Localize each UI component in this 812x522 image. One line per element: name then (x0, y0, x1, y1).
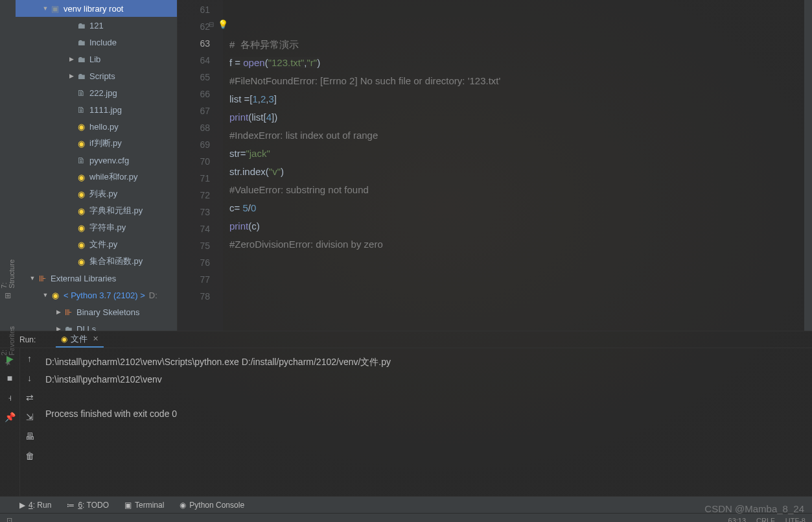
run-output[interactable]: D:\install\pycharm\2102\venv\Scripts\pyt… (39, 348, 812, 496)
tree-item[interactable]: ◉字典和元组.py (16, 202, 177, 219)
folder-icon: 🖿 (75, 38, 87, 47)
tree-label: Binary Skeletons (76, 307, 140, 317)
tree-label: 文件.py (89, 239, 117, 250)
tree-label: 1111.jpg (89, 105, 122, 115)
down-icon[interactable]: ↓ (27, 373, 32, 383)
library-icon: ⊪ (36, 274, 48, 283)
print-icon[interactable]: 🖶 (25, 431, 34, 442)
chevron-down-icon[interactable]: ▼ (41, 5, 49, 12)
folder-icon: 🖿 (62, 324, 74, 331)
py-icon: ◉ (75, 223, 87, 233)
tree-label: < Python 3.7 (2102) > (64, 291, 145, 300)
py-icon: ◉ (75, 189, 87, 199)
chevron-icon[interactable]: ▶ (67, 73, 75, 79)
folder-icon: 🖿 (75, 71, 87, 81)
tree-item[interactable]: ▶🖿Scripts (16, 67, 177, 84)
python-icon: ◉ (49, 291, 61, 300)
file-icon: 🗎 (75, 105, 87, 115)
external-libraries[interactable]: ▼ ⊪ External Libraries (16, 270, 177, 287)
library-icon: ▣ (49, 4, 61, 14)
file-icon: 🗎 (75, 156, 87, 165)
run-toolbar-2: ↑ ↓ ⇄ ⇲ 🖶 🗑 (19, 348, 39, 496)
python-interpreter[interactable]: ▼ ◉ < Python 3.7 (2102) > D: (16, 287, 177, 303)
fold-icon[interactable]: ⊟ (209, 21, 214, 28)
project-tree[interactable]: ▼ ▣ venv library root 🖿121🖿Include▶🖿Lib▶… (16, 0, 178, 331)
pin-icon[interactable]: 📌 (5, 412, 16, 422)
tree-label: pyvenv.cfg (89, 156, 129, 165)
tree-item[interactable]: ◉列表.py (16, 185, 177, 202)
folder-icon: 🖿 (75, 21, 87, 30)
run-tool-button[interactable]: ▶4: Run (19, 501, 51, 510)
run-tab-label: 文件 (71, 333, 87, 345)
tree-label: Scripts (89, 71, 115, 81)
wrap-icon[interactable]: ⇄ (26, 392, 34, 403)
tree-label: 121 (89, 21, 104, 30)
trash-icon[interactable]: 🗑 (25, 451, 34, 461)
left-tool-tabs: ⊞7: Structure ★2: Favorites (0, 0, 16, 331)
folder-icon: 🖿 (75, 54, 87, 64)
rerun-icon[interactable]: ▶ (6, 353, 14, 364)
chevron-right-icon[interactable]: ▶ (54, 326, 62, 331)
stop-icon[interactable]: ■ (7, 373, 12, 383)
cursor-position[interactable]: 63:13 (728, 517, 747, 523)
python-console-button[interactable]: ◉Python Console (180, 501, 244, 510)
tree-item[interactable]: ▶🖿Lib (16, 51, 177, 67)
line-separator[interactable]: CRLF (756, 517, 775, 523)
tree-item[interactable]: 🗎pyvenv.cfg (16, 152, 177, 169)
layout-icon[interactable]: ⫞ (8, 392, 12, 403)
tree-item[interactable]: ◉字符串.py (16, 219, 177, 236)
run-panel: Run: ◉ 文件 ✕ ▶ ■ ⫞ 📌 ↑ ↓ ⇄ ⇲ 🖶 🗑 D:\insta… (0, 331, 812, 496)
py-icon: ◉ (75, 257, 87, 267)
python-icon: ◉ (61, 335, 67, 344)
py-icon: ◉ (75, 240, 87, 250)
tree-label: 222.jpg (89, 88, 117, 98)
tree-label: 集合和函数.py (89, 255, 143, 267)
terminal-tool-button[interactable]: ▣Terminal (124, 501, 164, 510)
tree-item[interactable]: 🖿121 (16, 17, 177, 34)
tree-label: 字典和元组.py (89, 205, 143, 217)
tree-item[interactable]: ◉集合和函数.py (16, 253, 177, 270)
tree-item[interactable]: ◉if判断.py (16, 135, 177, 152)
windows-icon[interactable]: ⊡ (6, 516, 12, 522)
chevron-right-icon[interactable]: ▶ (54, 309, 62, 315)
chevron-down-icon[interactable]: ▼ (41, 292, 49, 298)
tree-item[interactable]: 🗎222.jpg (16, 84, 177, 101)
tree-item[interactable]: ◉while和for.py (16, 169, 177, 185)
structure-tab[interactable]: ⊞7: Structure (0, 259, 16, 300)
py-icon: ◉ (75, 206, 87, 216)
py-icon: ◉ (75, 139, 87, 148)
editor-scrollbar[interactable] (804, 0, 812, 331)
encoding[interactable]: UTF-8 (785, 517, 806, 523)
chevron-down-icon[interactable]: ▼ (29, 275, 36, 281)
code-content[interactable]: # 各种异常演示 f = open("123.txt","r") #FileNo… (223, 0, 812, 331)
tree-item[interactable]: ◉文件.py (16, 236, 177, 253)
tree-label: DLLs (76, 324, 96, 331)
bottom-toolbar: ▶4: Run ≔6: TODO ▣Terminal ◉Python Conso… (0, 496, 812, 513)
python-icon: ◉ (180, 501, 186, 510)
scroll-icon[interactable]: ⇲ (26, 412, 34, 422)
tree-label: External Libraries (51, 274, 116, 283)
line-gutter: 616263646566676869707172737475767778 (178, 0, 223, 331)
tree-item[interactable]: 🖿Include (16, 34, 177, 51)
tree-label: Include (89, 38, 117, 47)
play-icon: ▶ (19, 501, 25, 510)
tree-item[interactable]: ◉hello.py (16, 118, 177, 135)
structure-icon: ⊞ (3, 292, 12, 299)
tree-root[interactable]: ▼ ▣ venv library root (16, 0, 177, 17)
code-editor[interactable]: 616263646566676869707172737475767778 ⊟ 💡… (178, 0, 812, 331)
chevron-icon[interactable]: ▶ (67, 56, 75, 62)
binary-skeletons[interactable]: ▶ ⊪ Binary Skeletons (16, 303, 177, 320)
py-icon: ◉ (75, 122, 87, 132)
watermark: CSDN @Mamba_8_24 (704, 503, 804, 514)
up-icon[interactable]: ↑ (27, 353, 32, 364)
close-icon[interactable]: ✕ (93, 335, 99, 343)
bulb-icon[interactable]: 💡 (218, 19, 228, 29)
run-toolbar-1: ▶ ■ ⫞ 📌 (0, 348, 19, 496)
todo-tool-button[interactable]: ≔6: TODO (67, 501, 109, 510)
dlls-folder[interactable]: ▶ 🖿 DLLs (16, 320, 177, 331)
tree-label: venv library root (64, 4, 123, 14)
tree-label: hello.py (89, 122, 119, 132)
tree-item[interactable]: 🗎1111.jpg (16, 101, 177, 118)
py-icon: ◉ (75, 172, 87, 182)
run-tab[interactable]: ◉ 文件 ✕ (56, 331, 104, 348)
